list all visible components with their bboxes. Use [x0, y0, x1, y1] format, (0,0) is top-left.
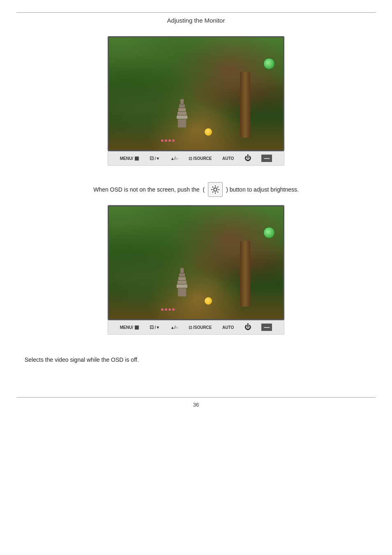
- auto-button[interactable]: AUTO: [222, 156, 234, 161]
- garden-background: [109, 37, 283, 150]
- power-icon: ⏻: [244, 155, 251, 162]
- power-button-2[interactable]: ⏻: [244, 324, 251, 331]
- pagoda-tier-2-2: [178, 277, 186, 280]
- power-button[interactable]: ⏻: [244, 155, 251, 162]
- top-divider: [16, 12, 376, 13]
- source-label-2: /SOURCE: [193, 325, 212, 330]
- svg-line-6: [217, 192, 218, 192]
- up-ok-label: ▲/○: [171, 156, 178, 161]
- monitor-screen-2: SAMSUNG: [108, 205, 284, 320]
- up-ok-button-2[interactable]: ▲/○: [171, 325, 178, 330]
- bottom-text: Selects the video signal while the OSD i…: [25, 355, 367, 364]
- control-bar-2: MENU/ ▦ ⊡ /▼ ▲/○ ⊡ /SOURCE AUTO ⏻ —: [108, 320, 284, 335]
- slash: /▼: [155, 156, 160, 161]
- garden-background-2: [109, 206, 283, 319]
- pagoda-spire: [180, 99, 184, 104]
- source-label: /SOURCE: [193, 156, 212, 161]
- pagoda-tier-1-2: [179, 273, 185, 277]
- paren-open: (: [203, 186, 205, 193]
- source-button[interactable]: ⊡ /SOURCE: [189, 156, 212, 161]
- pagoda-2: [177, 268, 187, 296]
- slash-2: /▼: [155, 325, 160, 330]
- brightness-sun-icon: [210, 185, 220, 194]
- monitor-screen-1: SAMSUNG: [108, 36, 284, 151]
- svg-point-0: [214, 188, 217, 191]
- pagoda-tier-4: [177, 116, 187, 119]
- page-title: Adjusting the Monitor: [0, 17, 392, 24]
- menu-label-2: MENU/: [120, 325, 133, 330]
- pagoda-base-2: [178, 288, 186, 296]
- pagoda-spire-2: [180, 268, 184, 273]
- svg-line-8: [212, 192, 213, 192]
- flower-dot: [165, 139, 167, 142]
- instruction-text-before: When OSD is not on the screen, push the: [93, 186, 199, 193]
- pagoda-tier-4-2: [177, 284, 187, 288]
- power-icon-2: ⏻: [244, 324, 251, 331]
- garden-scene-2: [109, 206, 283, 319]
- green-ball: [263, 58, 275, 69]
- menu-button-2[interactable]: MENU/ ▦: [120, 324, 139, 330]
- menu-icon-2: ▦: [134, 324, 139, 330]
- up-ok-label-2: ▲/○: [171, 325, 178, 330]
- source-icon-2: ⊡: [189, 325, 192, 330]
- auto-button-2[interactable]: AUTO: [222, 325, 234, 330]
- auto-label: AUTO: [222, 156, 234, 161]
- page-number: 36: [0, 402, 392, 408]
- pagoda: [177, 99, 187, 127]
- pagoda-tier-3-2: [178, 281, 187, 284]
- adjust-down-button[interactable]: ⊡ /▼: [150, 155, 160, 161]
- pagoda-tier-1: [179, 104, 185, 108]
- pagoda-tier-2: [178, 108, 186, 111]
- tree-trunk-2: [240, 241, 250, 307]
- minus-button[interactable]: —: [261, 155, 272, 162]
- minus-button-2[interactable]: —: [261, 324, 272, 331]
- flower-dot: [161, 139, 164, 142]
- svg-line-7: [217, 187, 218, 187]
- adjust-down-icon-2: ⊡: [150, 324, 154, 330]
- pink-flowers: [161, 139, 175, 142]
- flower-dot-2: [165, 308, 167, 311]
- minus-icon: —: [261, 155, 272, 162]
- garden-scene-1: [109, 37, 283, 150]
- samsung-branding-bar-1: SAMSUNG: [109, 150, 284, 151]
- auto-label-2: AUTO: [222, 325, 234, 330]
- pagoda-tier-3: [178, 112, 187, 115]
- brightness-icon-box: [208, 182, 223, 197]
- green-ball-2: [263, 227, 275, 238]
- menu-icon: ▦: [134, 155, 139, 161]
- svg-line-5: [212, 187, 213, 187]
- flower-dot: [168, 139, 171, 142]
- adjust-down-button-2[interactable]: ⊡ /▼: [150, 324, 160, 330]
- tree-trunk: [240, 72, 250, 138]
- flower-dot-2: [161, 308, 164, 311]
- source-icon: ⊡: [189, 156, 192, 161]
- flower-dot-2: [172, 308, 175, 311]
- pagoda-base: [178, 119, 186, 127]
- samsung-branding-bar-2: SAMSUNG: [109, 319, 284, 320]
- bottom-divider: [16, 397, 376, 398]
- menu-button[interactable]: MENU/ ▦: [120, 155, 139, 161]
- menu-label: MENU/: [120, 156, 133, 161]
- up-ok-button[interactable]: ▲/○: [171, 156, 178, 161]
- page-container: Adjusting the Monitor: [0, 12, 392, 555]
- instruction-text-after: ) button to adjust brightness.: [226, 186, 299, 193]
- pink-flowers-2: [161, 308, 175, 311]
- flower-dot: [172, 139, 175, 142]
- bottom-text-content: Selects the video signal while the OSD i…: [25, 355, 367, 364]
- minus-icon-2: —: [261, 324, 272, 331]
- source-button-2[interactable]: ⊡ /SOURCE: [189, 325, 212, 330]
- flower-dot-2: [168, 308, 171, 311]
- monitor-block-1: SAMSUNG MENU/ ▦ ⊡ /▼ ▲/○: [0, 36, 392, 178]
- instruction-row: When OSD is not on the screen, push the …: [16, 182, 376, 197]
- adjust-down-icon: ⊡: [150, 155, 154, 161]
- monitor-block-2: SAMSUNG MENU/ ▦ ⊡ /▼ ▲/○: [0, 205, 392, 347]
- control-bar-1: MENU/ ▦ ⊡ /▼ ▲/○ ⊡ /SOURCE AUTO ⏻ —: [108, 151, 284, 166]
